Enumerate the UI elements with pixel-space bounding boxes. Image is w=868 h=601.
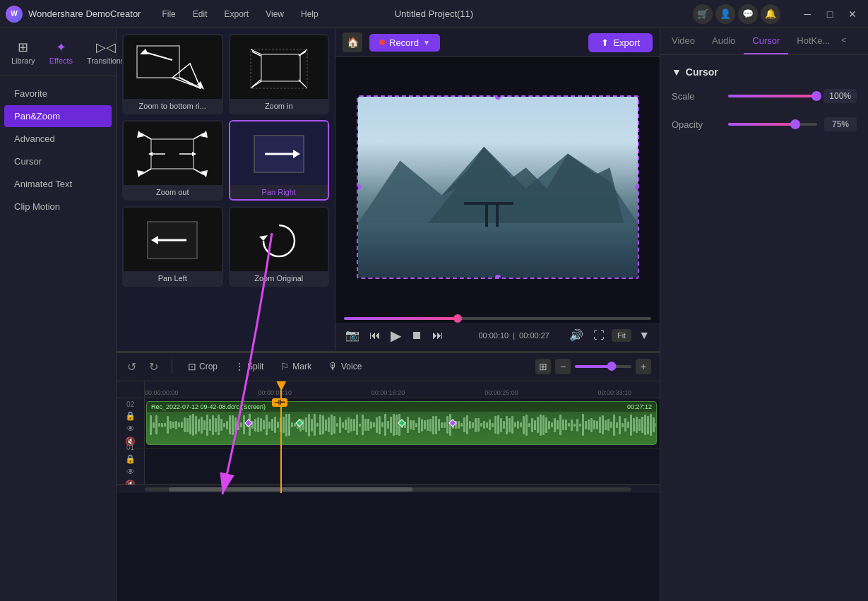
menu-file[interactable]: File [155, 6, 182, 22]
effect-zoom-in[interactable]: Zoom in [229, 34, 330, 114]
step-forward-button[interactable]: ⏭ [429, 328, 446, 343]
effect-zoom-bottom-right[interactable]: Zoom to bottom ri... [122, 34, 223, 114]
user-icon[interactable]: 👤 [715, 4, 735, 24]
menu-view[interactable]: View [258, 6, 291, 22]
track-01-visibility-icon[interactable]: 👁 [126, 467, 135, 477]
opacity-slider-track[interactable] [728, 123, 817, 126]
right-tabs-more[interactable]: < [838, 28, 849, 54]
close-button[interactable]: ✕ [843, 4, 862, 24]
svg-rect-38 [485, 202, 488, 227]
tab-video[interactable]: Video [663, 28, 703, 54]
voice-icon: 🎙 [328, 361, 338, 372]
screenshot-button[interactable]: 📷 [343, 327, 362, 343]
ruler-mark-2: 00:00:16:20 [371, 389, 405, 396]
total-time: 00:00:27 [519, 331, 549, 340]
tab-cursor[interactable]: Cursor [744, 28, 788, 54]
video-clip[interactable]: Rec_2022-07-12 09-42-08.dcrc (Screen) 00… [146, 401, 657, 445]
undo-button[interactable]: ↺ [125, 358, 138, 376]
nav-favorite[interactable]: Favorite [4, 83, 112, 105]
opacity-label: Opacity [672, 119, 721, 130]
mark-tool[interactable]: ⚐ Mark [276, 359, 316, 374]
play-button[interactable]: ▶ [388, 326, 404, 345]
main-layout: ⊞ Library ✦ Effects ▷◁ Transitions 🖊 Ann… [0, 28, 868, 601]
volume-button[interactable]: 🔊 [566, 327, 586, 343]
app-name: Wondershare DemoCreator [28, 8, 141, 19]
track-02-content: Rec_2022-07-12 09-42-08.dcrc (Screen) 00… [145, 398, 660, 448]
menu-edit[interactable]: Edit [186, 6, 215, 22]
timeline-ruler: 00:00:00:00 00:00:08:10 00:00:16:20 00:0… [145, 381, 660, 398]
nav-pan-zoom[interactable]: Pan&Zoom [4, 105, 112, 127]
svg-line-13 [299, 52, 306, 56]
nav-cursor[interactable]: Cursor [4, 150, 112, 172]
zoom-bottom-right-thumb [130, 39, 215, 95]
zoom-slider[interactable] [575, 365, 631, 368]
stop-button[interactable]: ⏹ [408, 328, 425, 343]
track-visibility-icon[interactable]: 👁 [126, 424, 135, 434]
zoom-out-button[interactable]: − [555, 359, 571, 374]
svg-marker-28 [192, 152, 196, 156]
scale-slider-thumb [811, 91, 821, 101]
menu-help[interactable]: Help [294, 6, 326, 22]
export-button[interactable]: ⬆ Export [588, 33, 653, 52]
clip-end-time: 00:27:12 [627, 403, 652, 410]
timeline-area: ↺ ↻ ⊡ Crop ⋮ Split ⚐ Mark 🎙 Voice [117, 352, 660, 601]
opacity-slider[interactable] [728, 123, 817, 126]
tab-audio[interactable]: Audio [703, 28, 744, 54]
voice-tool[interactable]: 🎙 Voice [324, 359, 366, 374]
track-01-lock-icon[interactable]: 🔒 [125, 454, 136, 464]
fullscreen-button[interactable]: ⛶ [590, 328, 607, 343]
split-tool[interactable]: ⋮ Split [230, 359, 268, 374]
ruler-mark-0: 00:00:00:00 [145, 389, 179, 396]
step-back-button[interactable]: ⏮ [367, 328, 384, 343]
maximize-button[interactable]: □ [820, 4, 840, 24]
svg-marker-1 [172, 64, 201, 88]
timeline-scrollbar-thumb[interactable] [169, 487, 412, 492]
message-icon[interactable]: 💬 [738, 4, 758, 24]
split-icon: ⋮ [234, 361, 244, 372]
bell-icon[interactable]: 🔔 [761, 4, 780, 24]
effects-icon: ✦ [56, 40, 66, 55]
right-panel: Video Audio Cursor HotKe... < ▼ Cursor S… [660, 28, 868, 601]
menu-export[interactable]: Export [217, 6, 256, 22]
effect-pan-right[interactable]: Pan Right [229, 120, 330, 201]
video-progress-bar[interactable] [344, 317, 651, 320]
svg-rect-0 [137, 46, 179, 78]
timeline-scrollbar-track[interactable] [145, 487, 631, 492]
add-track-button[interactable]: ⊞ [535, 359, 551, 374]
effect-zoom-original[interactable]: Zoom Original [229, 206, 330, 287]
effects-nav: Favorite Pan&Zoom Advanced Cursor Animat… [0, 76, 116, 224]
cart-icon[interactable]: 🛒 [693, 4, 713, 24]
tab-hotkeys[interactable]: HotKe... [788, 28, 838, 54]
fit-chevron-icon[interactable]: ▼ [636, 328, 653, 343]
home-button[interactable]: 🏠 [343, 32, 362, 52]
effect-label-pan-left: Pan Left [124, 271, 222, 285]
nav-advanced[interactable]: Advanced [4, 128, 112, 150]
fit-button[interactable]: Fit [612, 329, 631, 342]
effect-pan-left[interactable]: Pan Left [122, 206, 223, 287]
nav-animated-text[interactable]: Animated Text [4, 173, 112, 195]
right-panel-content: ▼ Cursor Scale 100% Opacity [660, 55, 868, 601]
effect-zoom-out[interactable]: Zoom out [122, 120, 223, 201]
scale-slider[interactable] [728, 95, 816, 97]
mark-icon: ⚐ [280, 361, 290, 372]
svg-marker-10 [251, 81, 261, 88]
toolbar-library[interactable]: ⊞ Library [6, 37, 41, 68]
section-collapse-icon[interactable]: ▼ [672, 66, 682, 78]
nav-clip-motion[interactable]: Clip Motion [4, 196, 112, 218]
minimize-button[interactable]: ─ [797, 4, 817, 24]
redo-button[interactable]: ↻ [147, 358, 160, 376]
svg-marker-5 [140, 49, 148, 54]
current-time: 00:00:10 [478, 331, 509, 340]
export-icon: ⬆ [601, 37, 609, 48]
svg-rect-7 [261, 54, 300, 81]
record-button[interactable]: Record ▼ [369, 34, 440, 52]
crop-tool[interactable]: ⊡ Crop [184, 359, 222, 374]
crop-icon: ⊡ [188, 361, 196, 372]
zoom-in-button[interactable]: + [636, 359, 651, 374]
track-lock-icon[interactable]: 🔒 [125, 411, 136, 421]
pier-svg [464, 198, 513, 227]
toolbar-effects[interactable]: ✦ Effects [44, 37, 78, 68]
scale-label: Scale [672, 91, 721, 102]
scale-slider-track[interactable] [728, 95, 816, 97]
svg-line-2 [179, 78, 201, 88]
